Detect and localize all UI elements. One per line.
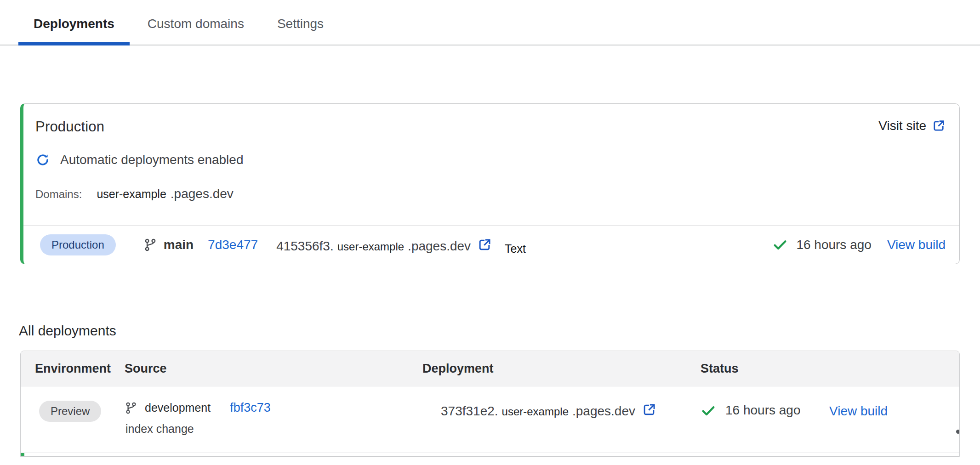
branch-name: main	[164, 238, 194, 252]
column-header-status: Status	[701, 362, 829, 376]
deployment-time: 16 hours ago	[725, 403, 800, 418]
deployment-time: 16 hours ago	[796, 238, 871, 252]
deployment-url-suffix: .pages.dev	[408, 239, 471, 254]
external-link-icon	[932, 119, 946, 133]
tab-custom-domains[interactable]: Custom domains	[132, 17, 259, 45]
all-deployments-title: All deployments	[19, 323, 980, 339]
check-success-icon	[701, 403, 716, 419]
domain-suffix: .pages.dev	[171, 187, 234, 201]
visit-site-label: Visit site	[878, 119, 926, 133]
visit-site-link[interactable]: Visit site	[878, 119, 946, 133]
tab-deployments[interactable]: Deployments	[18, 17, 130, 45]
environment-badge-production: Production	[40, 234, 116, 255]
refresh-icon	[35, 153, 50, 167]
deployment-url-suffix: .pages.dev	[572, 404, 635, 419]
environment-badge-preview: Preview	[39, 401, 101, 422]
next-row-partial	[21, 453, 959, 456]
deployment-url-prefix: 373f31e2.	[441, 404, 498, 419]
production-deployment-row: Production main 7d3e477 415356f3. user-e…	[23, 226, 959, 264]
deployments-table: Environment Source Deployment Status Pre…	[20, 351, 960, 457]
tab-settings[interactable]: Settings	[262, 17, 339, 45]
column-header-environment: Environment	[21, 362, 125, 376]
tab-bar: Deployments Custom domains Settings	[0, 0, 980, 45]
branch-name: development	[145, 401, 211, 414]
table-header-row: Environment Source Deployment Status	[21, 351, 959, 386]
domain-name: user-example	[97, 187, 166, 201]
deployment-url-domain: user-example	[502, 405, 569, 418]
production-accent-bar	[21, 453, 24, 456]
domains-label: Domains:	[35, 188, 82, 201]
git-branch-icon	[143, 238, 157, 252]
check-success-icon	[772, 237, 788, 253]
text-annotation: Text	[505, 242, 526, 255]
table-row: Preview development fbf3c73 index change	[21, 386, 959, 453]
external-link-icon[interactable]	[642, 403, 656, 417]
git-branch-icon	[125, 402, 137, 414]
column-header-deployment: Deployment	[422, 362, 701, 376]
commit-link[interactable]: fbf3c73	[230, 401, 271, 415]
more-options-icon[interactable]	[921, 386, 960, 453]
production-card-title: Production	[35, 119, 104, 135]
commit-link[interactable]: 7d3e477	[208, 238, 258, 252]
external-link-icon[interactable]	[477, 238, 492, 252]
deployment-url-domain: user-example	[337, 240, 404, 253]
commit-message: index change	[125, 422, 422, 436]
view-build-link[interactable]: View build	[829, 404, 888, 418]
column-header-source: Source	[125, 362, 422, 376]
view-build-link[interactable]: View build	[887, 238, 946, 252]
production-card: Production Visit site Automatic deployme…	[20, 103, 960, 264]
deployment-url: 415356f3. user-example .pages.dev	[276, 236, 492, 254]
deployment-url: 373f31e2. user-example .pages.dev	[441, 401, 701, 419]
deployment-url-prefix: 415356f3.	[276, 239, 334, 254]
auto-deployments-text: Automatic deployments enabled	[60, 153, 243, 167]
